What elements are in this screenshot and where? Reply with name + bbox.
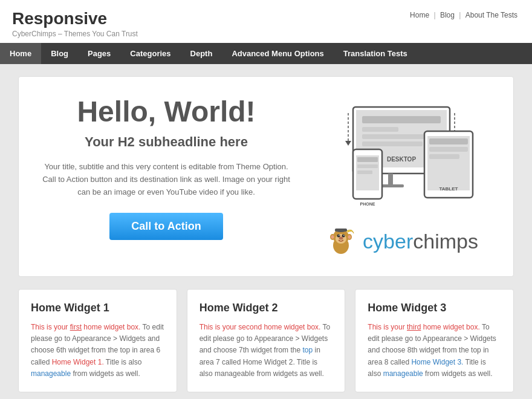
nav-item-blog[interactable]: Blog (41, 43, 78, 64)
svg-point-36 (339, 237, 343, 240)
widget-2: Home Widget 2 This is your second home w… (187, 289, 346, 392)
devices-graphic: DESKTOP TABLET PHONE (317, 95, 486, 216)
widget-2-text: This is your second home widget box. To … (199, 322, 333, 380)
main-content: Hello, World! Your H2 subheadline here Y… (18, 76, 514, 392)
widget-2-link-1[interactable]: This is your second home widget box. (199, 323, 321, 331)
monkey-logo (325, 225, 358, 258)
nav-item-pages[interactable]: Pages (78, 43, 120, 64)
svg-rect-38 (335, 229, 347, 232)
widget-2-title: Home Widget 2 (199, 302, 333, 314)
widget-3-title: Home Widget 3 (368, 302, 501, 314)
svg-rect-3 (362, 127, 398, 132)
svg-rect-21 (357, 170, 372, 174)
nav-item-advanced[interactable]: Advanced Menu Options (222, 43, 333, 64)
top-nav-home[interactable]: Home (410, 11, 429, 19)
svg-text:PHONE: PHONE (360, 202, 375, 206)
brand-area: cyberchimps (325, 225, 478, 258)
site-header: Responsive CyberChimps – Themes You Can … (0, 0, 532, 43)
hero-subheading: Your H2 subheadline here (37, 134, 296, 150)
svg-point-33 (342, 235, 345, 238)
svg-rect-2 (362, 116, 441, 123)
hero-illustration: DESKTOP TABLET PHONE (308, 95, 495, 258)
svg-rect-20 (357, 164, 378, 168)
brand-chimps: chimps (413, 230, 478, 253)
svg-point-31 (348, 235, 351, 239)
top-nav-blog[interactable]: Blog (440, 11, 455, 19)
widget-1-link-1[interactable]: This is your first home widget box. (31, 323, 140, 331)
hero-body: Your title, subtitle and this very conte… (37, 161, 296, 198)
svg-rect-5 (362, 141, 423, 146)
widget-1-title: Home Widget 1 (31, 302, 164, 314)
nav-item-categories[interactable]: Categories (120, 43, 180, 64)
widget-1: Home Widget 1 This is your first home wi… (18, 289, 177, 392)
widget-1-link-2[interactable]: Home Widget 1. (52, 358, 104, 366)
svg-point-34 (339, 235, 340, 236)
top-navigation: Home | Blog | About The Tests (407, 11, 520, 19)
svg-rect-6 (388, 174, 393, 184)
svg-marker-24 (345, 141, 351, 146)
nav-item-depth[interactable]: Depth (181, 43, 222, 64)
top-nav-about[interactable]: About The Tests (465, 11, 517, 19)
main-navigation: Home Blog Pages Categories Depth Advance… (0, 43, 532, 64)
brand-name: cyberchimps (363, 230, 478, 253)
widget-3-link-1[interactable]: This is your third home widget box. (368, 323, 479, 331)
nav-item-translation[interactable]: Translation Tests (334, 43, 417, 64)
widget-3: Home Widget 3 This is your third home wi… (355, 289, 514, 392)
cta-button[interactable]: Call to Action (109, 213, 222, 240)
svg-point-30 (331, 235, 334, 239)
svg-rect-14 (429, 147, 468, 152)
widget-1-link-3[interactable]: manageable (31, 369, 71, 378)
widget-2-link-2[interactable]: top (302, 346, 313, 354)
brand-cyber: cyber (363, 230, 413, 253)
widget-3-link-2[interactable]: Home Widget 3. (411, 358, 463, 366)
svg-rect-13 (429, 138, 468, 144)
widget-3-text: This is your third home widget box. To e… (368, 322, 501, 380)
hero-text: Hello, World! Your H2 subheadline here Y… (37, 95, 296, 258)
svg-point-35 (343, 235, 345, 236)
svg-rect-15 (429, 154, 459, 159)
widget-3-link-3[interactable]: manageable (383, 369, 423, 378)
hero-heading: Hello, World! (37, 95, 296, 128)
svg-point-32 (337, 235, 340, 238)
svg-rect-19 (357, 157, 378, 162)
svg-text:TABLET: TABLET (440, 186, 458, 192)
site-tagline: CyberChimps – Themes You Can Trust (12, 30, 520, 38)
svg-text:DESKTOP: DESKTOP (387, 156, 416, 163)
nav-item-home[interactable]: Home (0, 43, 41, 64)
widgets-section: Home Widget 1 This is your first home wi… (18, 289, 514, 392)
widget-1-text: This is your first home widget box. To e… (31, 322, 164, 380)
hero-section: Hello, World! Your H2 subheadline here Y… (18, 76, 514, 277)
